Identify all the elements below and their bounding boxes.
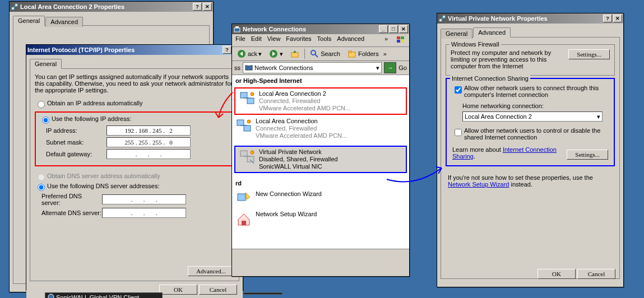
close-button[interactable]: ✕ (203, 3, 212, 11)
menu-view[interactable]: View (267, 35, 281, 45)
cancel-button[interactable]: Cancel (199, 285, 237, 295)
network-icon (11, 3, 18, 11)
go-label: Go (399, 64, 407, 71)
svg-rect-31 (242, 221, 246, 225)
svg-line-2 (13, 6, 16, 7)
svg-rect-23 (244, 125, 251, 131)
subnet-mask-field[interactable] (106, 137, 191, 147)
wizard-label: Network Setup Wizard (256, 211, 317, 218)
menu-file[interactable]: File (235, 35, 245, 45)
label-auto-ip: Obtain an IP address automatically (47, 100, 142, 106)
label-ip: IP address: (39, 127, 106, 134)
help-button[interactable]: ? (603, 15, 612, 22)
svg-rect-33 (443, 16, 445, 18)
ics-settings-button[interactable]: Settings... (567, 150, 608, 160)
home-connection-dropdown[interactable]: Local Area Connection 2 ▾ (462, 111, 603, 122)
checkbox-allow-connect[interactable] (455, 86, 462, 94)
tab-general[interactable]: General (441, 29, 472, 39)
ok-button[interactable]: OK (159, 285, 197, 295)
ok-button[interactable]: OK (538, 269, 576, 279)
up-button[interactable] (288, 48, 302, 59)
conn-adapter: VMware Accelerated AMD PCN... (256, 132, 347, 139)
conn-adapter: VMware Accelerated AMD PCN... (259, 105, 350, 112)
tab-general[interactable]: General (30, 59, 62, 69)
home-network-icon (235, 211, 252, 227)
radio-auto-ip[interactable] (38, 101, 45, 108)
svg-rect-11 (291, 53, 298, 57)
help-button[interactable]: ? (223, 46, 231, 54)
folders-icon (347, 49, 357, 59)
firewall-settings-button[interactable]: Settings... (568, 49, 610, 59)
menubar: File Edit View Favorites Tools Advanced … (232, 34, 409, 47)
conn-status: Connected, Firewalled (259, 97, 350, 105)
radio-static-dns[interactable] (38, 184, 45, 191)
go-button[interactable]: → (384, 62, 396, 73)
folders-button[interactable]: Folders (345, 48, 381, 59)
forward-button[interactable]: ▾ (266, 48, 285, 59)
cancel-button[interactable]: Cancel (577, 269, 615, 279)
back-button[interactable]: ack ▾ (234, 48, 264, 59)
ip-address-field[interactable] (106, 125, 191, 136)
taskbar-item[interactable] (243, 292, 282, 295)
address-bar: ss Network Connections ▾ → Go (232, 61, 409, 75)
forward-icon (268, 49, 279, 59)
globe-icon (48, 294, 54, 298)
lan-connected-icon (239, 90, 256, 107)
label-pdns: Preferred DNS server: (35, 193, 102, 206)
wizard-network-setup[interactable]: Network Setup Wizard (232, 209, 409, 229)
status-bar (232, 249, 409, 259)
radio-static-ip[interactable] (42, 117, 49, 124)
alternate-dns-field[interactable] (102, 208, 186, 218)
checkbox-allow-control[interactable] (455, 129, 462, 136)
menu-overflow-icon[interactable]: » (384, 35, 388, 45)
network-folder-icon (245, 63, 253, 72)
lac-title: Local Area Connection 2 Properties (20, 3, 124, 10)
taskbar-vpn-client[interactable]: SonicWALL Global VPN Client (45, 292, 163, 298)
toolbar-overflow-icon[interactable]: » (383, 50, 387, 57)
legend-ics: Internet Connection Sharing (450, 75, 530, 82)
maximize-button[interactable]: □ (389, 25, 398, 33)
tab-general[interactable]: General (13, 16, 45, 26)
help-button[interactable]: ? (193, 3, 202, 11)
menu-edit[interactable]: Edit (251, 35, 262, 45)
note-pre: If you're not sure how to set these prop… (448, 174, 593, 181)
default-gateway-field[interactable] (106, 149, 191, 159)
radio-auto-dns (38, 174, 45, 181)
lan-connected-icon (235, 118, 252, 134)
connection-item-lac[interactable]: Local Area Connection Connected, Firewal… (232, 116, 409, 141)
chevron-down-icon: ▾ (597, 113, 600, 120)
svg-rect-6 (401, 36, 404, 39)
minimize-button[interactable]: _ (379, 25, 388, 33)
svg-rect-15 (349, 51, 351, 53)
menu-advanced[interactable]: Advanced (337, 35, 364, 45)
netconn-titlebar[interactable]: Network Connections _ □ ✕ (232, 24, 409, 34)
toolbar: ack ▾ ▾ Search Folders » (232, 47, 409, 61)
conn-name: Local Area Connection 2 (259, 90, 350, 97)
advanced-button[interactable]: Advanced... (188, 266, 234, 276)
tab-advanced[interactable]: Advanced (45, 17, 83, 27)
close-button[interactable]: ✕ (399, 25, 408, 33)
close-button[interactable]: ✕ (613, 15, 622, 22)
connection-item-vpn[interactable]: Virtual Private Network Disabled, Shared… (234, 146, 407, 173)
dropdown-icon[interactable]: ▾ (376, 64, 379, 72)
preferred-dns-field[interactable] (102, 194, 186, 204)
address-field[interactable]: Network Connections ▾ (243, 62, 382, 73)
wizard-icon (235, 190, 252, 207)
search-button[interactable]: Search (307, 48, 342, 59)
menu-tools[interactable]: Tools (317, 35, 332, 45)
wizard-new-connection[interactable]: New Connection Wizard (232, 189, 409, 209)
svg-rect-8 (401, 40, 404, 43)
connection-item-lac2[interactable]: Local Area Connection 2 Connected, Firew… (234, 87, 407, 115)
ics-learn-pre: Learn more about (452, 146, 503, 153)
menu-favorites[interactable]: Favorites (286, 35, 311, 45)
vpn-titlebar[interactable]: Virtual Private Network Properties ? ✕ (437, 13, 623, 24)
network-setup-wizard-link[interactable]: Network Setup Wizard (448, 181, 509, 188)
tcpip-properties-window: Internet Protocol (TCP/IP) Properties ? … (26, 44, 243, 291)
tab-advanced[interactable]: Advanced (473, 27, 511, 38)
svg-point-21 (251, 92, 254, 96)
tcpip-titlebar[interactable]: Internet Protocol (TCP/IP) Properties ? … (26, 45, 243, 55)
lac-titlebar[interactable]: Local Area Connection 2 Properties ? ✕ (10, 2, 213, 12)
label-allow-control: Allow other network users to control or … (464, 127, 608, 141)
label-allow-connect: Allow other network users to connect thr… (464, 85, 608, 98)
vpn-title: Virtual Private Network Properties (448, 15, 548, 22)
